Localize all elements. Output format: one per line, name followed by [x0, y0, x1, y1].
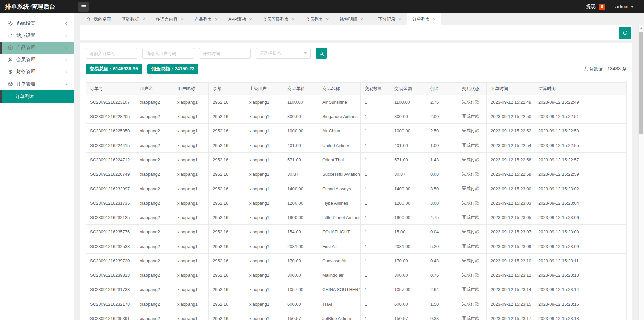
table-cell: Successful Aviation — [318, 167, 361, 181]
close-icon[interactable]: × — [181, 17, 184, 22]
table-cell: 完成付款 — [458, 268, 487, 282]
user-no-input[interactable] — [142, 48, 194, 59]
tab-bar: 我的桌面基础数据×多语言内容×产品列表×APP滚动×会员等级列表×会员列表×钱包… — [74, 13, 644, 25]
table-cell: 2952.16 — [209, 95, 245, 109]
table-cell: EQUAFLIGHT — [318, 225, 361, 239]
sidebar-item-2[interactable]: 产品管理 — [0, 42, 74, 54]
table-cell: THAI — [318, 297, 361, 311]
table-cell: 2023-09-12 15:23:12 — [487, 268, 534, 282]
table-cell: 30.87 — [283, 167, 318, 181]
tab-8[interactable]: 上下分记录× — [368, 13, 407, 25]
table-cell: xiaopang2 — [136, 153, 173, 167]
table-cell: xiaopang1 — [173, 167, 209, 181]
table-cell: xiaopang1 — [173, 196, 209, 210]
table-cell: 2023-09-12 15:22:57 — [534, 153, 627, 167]
table-cell: 2023-09-12 15:23:14 — [487, 282, 534, 297]
start-time-input[interactable] — [199, 48, 251, 59]
trade-total-button[interactable]: 交易总额：6145938.95 — [86, 64, 142, 74]
scrollbar-up-arrow[interactable] — [640, 27, 643, 29]
table-cell: 300.00 — [390, 268, 426, 282]
tab-1[interactable]: 基础数据× — [116, 13, 151, 25]
sidebar-item-0[interactable]: 系统设置 — [0, 17, 74, 30]
user-dropdown[interactable]: admin — [615, 4, 634, 9]
sidebar-subitem[interactable]: 订单列表 — [0, 90, 74, 103]
table-cell: 2023-09-12 15:23:02 — [534, 181, 627, 196]
table-cell: 4.75 — [426, 210, 458, 225]
table-cell: 2023-09-12 15:23:10 — [487, 254, 534, 268]
table-cell: 0.38 — [426, 311, 458, 320]
status-select[interactable]: 请选择状态 — [256, 48, 311, 59]
table-row: SC23091216231735xiaopang2xiaopang12952.1… — [86, 196, 627, 210]
table-cell: 800.00 — [283, 109, 318, 124]
sidebar-item-5[interactable]: 订单管理 — [0, 78, 74, 90]
table-cell: 2952.16 — [209, 254, 245, 268]
commission-total-button[interactable]: 佣金总额：24150.23 — [147, 64, 198, 74]
table-row: SC23091216224415xiaopang2xiaopang12952.1… — [86, 138, 627, 153]
sidebar-toggle-button[interactable] — [78, 2, 89, 12]
table-cell: 2.00 — [426, 109, 458, 124]
table-cell: 2023-09-12 15:22:59 — [534, 167, 627, 181]
table-cell: xiaopang1 — [245, 153, 283, 167]
table-cell: 2952.16 — [209, 138, 245, 153]
search-button[interactable] — [316, 48, 327, 59]
tab-3[interactable]: 产品列表× — [189, 13, 223, 25]
close-icon[interactable]: × — [215, 17, 218, 22]
table-cell: 2023-09-12 15:22:51 — [534, 109, 627, 124]
column-header: 商品名称 — [318, 83, 361, 95]
order-no-input[interactable] — [86, 48, 137, 59]
table-cell: 2952.16 — [209, 282, 245, 297]
table-cell: 2952.16 — [209, 311, 245, 320]
table-cell: xiaopang1 — [173, 297, 209, 311]
scrollbar-thumb[interactable] — [639, 32, 643, 134]
chevron-down-icon — [304, 52, 307, 54]
table-cell: 完成付款 — [458, 254, 487, 268]
table-cell: SC23091216239720 — [86, 254, 136, 268]
sidebar-item-3[interactable]: 会员管理 — [0, 54, 74, 66]
refresh-button[interactable] — [619, 27, 631, 39]
close-icon[interactable]: × — [249, 17, 252, 22]
table-cell: 2952.16 — [209, 167, 245, 181]
table-cell: 1100.00 — [283, 95, 318, 109]
tab-7[interactable]: 钱包明细× — [334, 13, 369, 25]
table-cell: 2023-09-12 15:23:09 — [534, 239, 627, 254]
close-icon[interactable]: × — [142, 17, 145, 22]
table-cell: 1 — [361, 282, 390, 297]
close-icon[interactable]: × — [433, 17, 436, 22]
table-cell: 2023-09-12 15:22:55 — [534, 138, 627, 153]
tab-6[interactable]: 会员列表× — [300, 13, 334, 25]
close-icon[interactable]: × — [360, 17, 363, 22]
table-cell: 2023-09-12 15:23:15 — [487, 297, 534, 311]
table-cell: Orient Thai — [318, 153, 361, 167]
table-cell: Malindo air — [318, 268, 361, 282]
sidebar-item-1[interactable]: 站点设置 — [0, 30, 74, 42]
table-cell: 完成付款 — [458, 297, 487, 311]
tab-label: 基础数据 — [122, 16, 139, 22]
sidebar-item-4[interactable]: $财务管理 — [0, 66, 74, 78]
table-cell: xiaopang1 — [173, 282, 209, 297]
table-cell: xiaopang1 — [173, 181, 209, 196]
table-cell: 2952.16 — [209, 210, 245, 225]
table-cell: xiaopang1 — [245, 124, 283, 138]
table-cell: 3.00 — [426, 196, 458, 210]
tab-0[interactable]: 我的桌面 — [80, 13, 116, 25]
table-cell: 600.00 — [390, 297, 426, 311]
close-icon[interactable]: × — [398, 17, 401, 22]
close-icon[interactable]: × — [292, 17, 295, 22]
table-cell: xiaopang2 — [136, 196, 173, 210]
table-row: SC23091216232538xiaopang2xiaopang12952.1… — [86, 239, 627, 254]
tab-9[interactable]: 订单列表× — [407, 13, 441, 25]
tab-2[interactable]: 多语言内容× — [151, 13, 189, 25]
table-cell: 401.00 — [390, 138, 426, 153]
table-cell: 1 — [361, 225, 390, 239]
table-cell: 完成付款 — [458, 167, 487, 181]
close-icon[interactable]: × — [326, 17, 329, 22]
tab-5[interactable]: 会员等级列表× — [257, 13, 300, 25]
chevron-down-icon — [64, 82, 68, 86]
cube-icon — [7, 81, 13, 87]
table-cell: 1900.00 — [283, 210, 318, 225]
table-cell: SC23091216235776 — [86, 225, 136, 239]
withdraw-menu-item[interactable]: 提现 0 — [586, 4, 605, 10]
column-header: 订单号 — [86, 83, 136, 95]
table-cell: xiaopang1 — [173, 210, 209, 225]
tab-4[interactable]: APP滚动× — [223, 13, 257, 25]
